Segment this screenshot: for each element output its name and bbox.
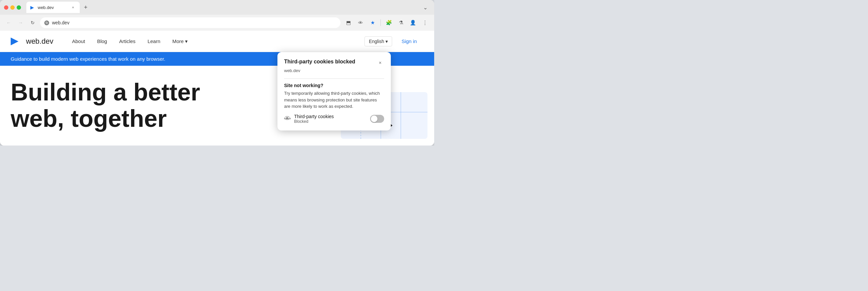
logo-icon: ▶ bbox=[11, 35, 23, 48]
nav-more-chevron: ▾ bbox=[185, 38, 188, 45]
toolbar-separator-1 bbox=[380, 19, 381, 26]
cookie-label: Third-party cookies bbox=[294, 114, 367, 119]
forward-button[interactable]: → bbox=[16, 18, 25, 27]
tab-more-button[interactable]: ⌄ bbox=[423, 4, 430, 11]
hero-heading-line2: web, together bbox=[11, 106, 204, 132]
tab-favicon: ▶ bbox=[30, 5, 35, 10]
reload-icon: ↻ bbox=[31, 20, 35, 25]
nav-articles[interactable]: Articles bbox=[114, 36, 141, 47]
cookie-blocked-icon: 👁 bbox=[358, 20, 363, 25]
cookie-info: Third-party cookies Blocked bbox=[294, 114, 367, 124]
popup-section-title: Site not working? bbox=[284, 83, 384, 88]
cookie-blocked-button[interactable]: 👁 bbox=[355, 17, 366, 28]
popup-close-button[interactable]: × bbox=[376, 59, 384, 67]
minimize-button[interactable] bbox=[10, 5, 15, 10]
popup-header: Third-party cookies blocked × bbox=[284, 59, 384, 67]
popup-divider bbox=[284, 79, 384, 79]
nav-about[interactable]: About bbox=[67, 36, 90, 47]
address-input[interactable] bbox=[40, 17, 340, 28]
profile-icon: 👤 bbox=[410, 20, 416, 26]
bookmark-button[interactable]: ★ bbox=[367, 17, 378, 28]
menu-icon: ⋮ bbox=[423, 20, 428, 26]
labs-button[interactable]: ⚗ bbox=[396, 17, 406, 28]
profile-button[interactable]: 👤 bbox=[407, 17, 418, 28]
traffic-lights bbox=[4, 5, 21, 10]
forward-icon: → bbox=[18, 20, 23, 25]
popup-section-text: Try temporarily allowing third-party coo… bbox=[284, 90, 384, 110]
labs-icon: ⚗ bbox=[399, 20, 403, 26]
nav-more[interactable]: More ▾ bbox=[167, 36, 193, 47]
cookie-popup: Third-party cookies blocked × web.dev Si… bbox=[277, 52, 391, 130]
reload-button[interactable]: ↻ bbox=[28, 18, 37, 27]
language-button[interactable]: English ▾ bbox=[365, 36, 392, 47]
page-content: ▶ web.dev About Blog Articles Learn More… bbox=[0, 31, 434, 146]
nav-more-label: More bbox=[173, 38, 184, 44]
logo-text: web.dev bbox=[26, 37, 53, 46]
cookie-eye-icon: 👁 bbox=[284, 115, 291, 122]
extensions-button[interactable]: 🧩 bbox=[383, 17, 394, 28]
sign-in-button[interactable]: Sign in bbox=[395, 36, 424, 47]
hero-heading-line1: Building a better bbox=[11, 79, 204, 106]
hero-heading: Building a better web, together bbox=[11, 79, 204, 132]
new-tab-button[interactable]: + bbox=[81, 3, 90, 12]
fullscreen-button[interactable] bbox=[17, 5, 21, 10]
address-bar: ← → ↻ 🔘 ⬒ 👁 ★ 🧩 ⚗ bbox=[0, 15, 434, 31]
active-tab[interactable]: ▶ web.dev × bbox=[26, 2, 80, 13]
extensions-icon: 🧩 bbox=[386, 20, 392, 26]
site-header: ▶ web.dev About Blog Articles Learn More… bbox=[0, 31, 434, 52]
tab-title: web.dev bbox=[38, 5, 68, 10]
site-nav: About Blog Articles Learn More ▾ bbox=[67, 36, 365, 47]
site-logo[interactable]: ▶ web.dev bbox=[11, 35, 53, 48]
language-label: English bbox=[369, 39, 384, 44]
screen-share-icon: ⬒ bbox=[346, 20, 351, 26]
cookie-toggle[interactable] bbox=[370, 115, 384, 123]
popup-site: web.dev bbox=[284, 68, 384, 73]
back-icon: ← bbox=[6, 20, 11, 25]
tab-bar: ▶ web.dev × + bbox=[26, 2, 421, 13]
star-icon: ★ bbox=[370, 20, 375, 26]
address-site-icon: 🔘 bbox=[44, 20, 49, 25]
address-input-wrap: 🔘 bbox=[40, 17, 340, 28]
screen-share-button[interactable]: ⬒ bbox=[343, 17, 354, 28]
menu-button[interactable]: ⋮ bbox=[420, 17, 430, 28]
nav-learn[interactable]: Learn bbox=[142, 36, 165, 47]
language-chevron: ▾ bbox=[385, 39, 388, 44]
back-button[interactable]: ← bbox=[4, 18, 13, 27]
banner-text: Guidance to build modern web experiences… bbox=[11, 56, 165, 62]
close-button[interactable] bbox=[4, 5, 8, 10]
popup-title: Third-party cookies blocked bbox=[284, 59, 355, 65]
tab-close-button[interactable]: × bbox=[70, 5, 76, 10]
popup-cookie-row: 👁 Third-party cookies Blocked bbox=[284, 114, 384, 124]
site-actions: English ▾ Sign in bbox=[365, 36, 424, 47]
toolbar-icons: ⬒ 👁 ★ 🧩 ⚗ 👤 ⋮ bbox=[343, 17, 430, 28]
browser-window: ▶ web.dev × + ⌄ ← → ↻ 🔘 ⬒ 👁 bbox=[0, 0, 434, 146]
cookie-status: Blocked bbox=[294, 119, 367, 124]
title-bar: ▶ web.dev × + ⌄ bbox=[0, 0, 434, 15]
nav-blog[interactable]: Blog bbox=[92, 36, 113, 47]
